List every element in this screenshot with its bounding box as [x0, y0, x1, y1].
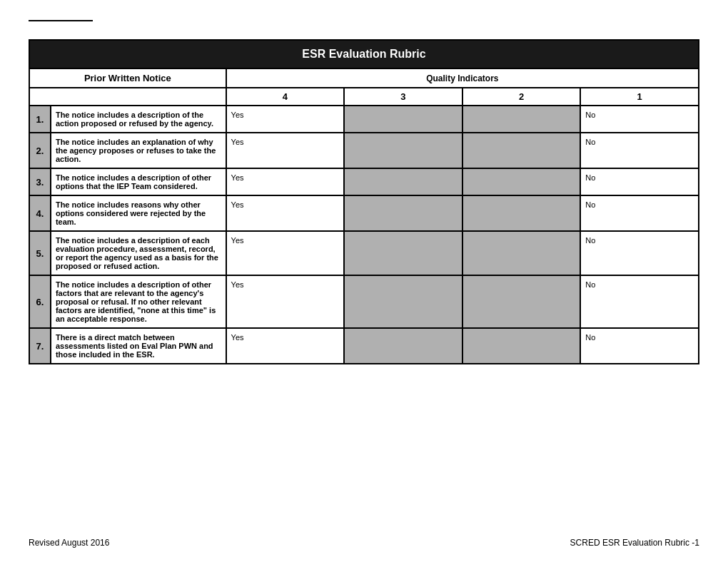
row-col3-6	[344, 275, 462, 328]
table-row: 7. There is a direct match between asses…	[29, 328, 699, 364]
row-col1-2: No	[580, 133, 699, 168]
quality-indicators-header: Quality Indicators	[226, 68, 699, 88]
row-col3-4	[344, 195, 462, 231]
row-num-5: 5.	[29, 231, 51, 275]
row-desc-6: The notice includes a description of oth…	[51, 275, 226, 328]
col-header-2: 2	[462, 88, 581, 106]
row-col2-4	[462, 195, 581, 231]
row-col2-3	[462, 168, 581, 195]
row-col4-6: Yes	[226, 275, 345, 328]
section-header: Prior Written Notice	[29, 68, 226, 88]
row-col4-4: Yes	[226, 195, 345, 231]
col-header-3: 3	[344, 88, 462, 106]
table-row: 4. The notice includes reasons why other…	[29, 195, 699, 231]
row-col3-7	[344, 328, 462, 364]
table-row: 2. The notice includes an explanation of…	[29, 133, 699, 168]
row-desc-7: There is a direct match between assessme…	[51, 328, 226, 364]
row-col3-2	[344, 133, 462, 168]
row-col2-7	[462, 328, 581, 364]
row-col4-2: Yes	[226, 133, 345, 168]
title-row: ESR Evaluation Rubric	[29, 40, 699, 68]
row-num-2: 2.	[29, 133, 51, 168]
row-col3-1	[344, 106, 462, 133]
col-header-4: 4	[226, 88, 345, 106]
row-col2-5	[462, 231, 581, 275]
table-row: 5. The notice includes a description of …	[29, 231, 699, 275]
main-table: ESR Evaluation Rubric Prior Written Noti…	[29, 39, 699, 364]
table-row: 1. The notice includes a description of …	[29, 106, 699, 133]
row-desc-4: The notice includes reasons why other op…	[51, 195, 226, 231]
footer-left: Revised August 2016	[29, 538, 109, 548]
row-col1-7: No	[580, 328, 699, 364]
row-desc-3: The notice includes a description of oth…	[51, 168, 226, 195]
row-col1-4: No	[580, 195, 699, 231]
col-header-1: 1	[580, 88, 699, 106]
row-num-4: 4.	[29, 195, 51, 231]
footer-right: SCRED ESR Evaluation Rubric -1	[570, 538, 699, 548]
table-row: 3. The notice includes a description of …	[29, 168, 699, 195]
row-col1-1: No	[580, 106, 699, 133]
footer: Revised August 2016 SCRED ESR Evaluation…	[29, 538, 699, 548]
subheader-row: 4 3 2 1	[29, 88, 699, 106]
row-col3-3	[344, 168, 462, 195]
row-num-3: 3.	[29, 168, 51, 195]
row-col1-6: No	[580, 275, 699, 328]
row-col4-1: Yes	[226, 106, 345, 133]
row-desc-2: The notice includes an explanation of wh…	[51, 133, 226, 168]
row-col4-7: Yes	[226, 328, 345, 364]
row-num-1: 1.	[29, 106, 51, 133]
row-desc-5: The notice includes a description of eac…	[51, 231, 226, 275]
row-col4-3: Yes	[226, 168, 345, 195]
row-num-7: 7.	[29, 328, 51, 364]
header-row: Prior Written Notice Quality Indicators	[29, 68, 699, 88]
empty-subheader	[29, 88, 226, 106]
table-title: ESR Evaluation Rubric	[29, 40, 699, 68]
row-num-6: 6.	[29, 275, 51, 328]
table-row: 6. The notice includes a description of …	[29, 275, 699, 328]
row-col2-1	[462, 106, 581, 133]
row-desc-1: The notice includes a description of the…	[51, 106, 226, 133]
row-col2-6	[462, 275, 581, 328]
row-col1-5: No	[580, 231, 699, 275]
row-col3-5	[344, 231, 462, 275]
row-col1-3: No	[580, 168, 699, 195]
row-col4-5: Yes	[226, 231, 345, 275]
top-line	[29, 20, 93, 21]
page-container: ESR Evaluation Rubric Prior Written Noti…	[29, 39, 699, 364]
row-col2-2	[462, 133, 581, 168]
